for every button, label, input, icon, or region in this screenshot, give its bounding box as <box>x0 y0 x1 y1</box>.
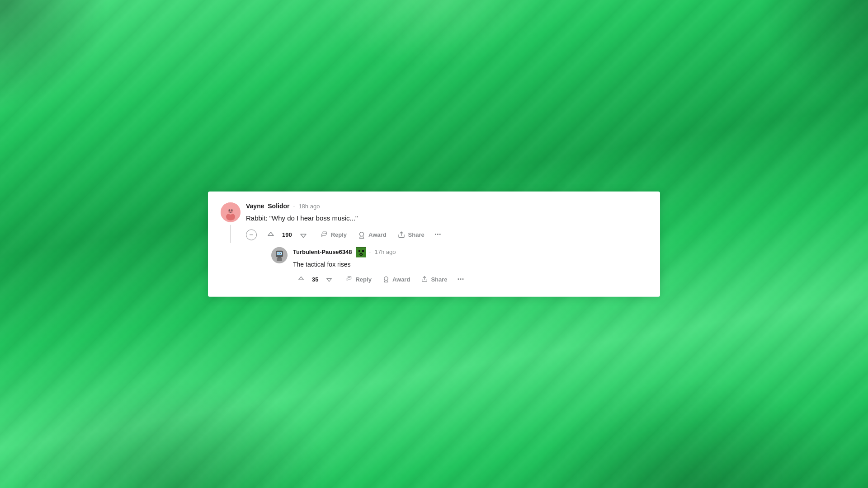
main-share-button[interactable]: Share <box>393 228 429 241</box>
reply-upvote-icon <box>297 276 305 283</box>
comment-card: Vayne_Solidor · 18h ago Rabbit: "Why do … <box>208 192 660 297</box>
reply-downvote-button[interactable] <box>321 273 337 286</box>
reply-upvote-button[interactable] <box>293 273 309 286</box>
svg-point-12 <box>278 253 278 253</box>
svg-rect-22 <box>360 254 362 255</box>
reply-action-bar: 35 Repl <box>293 272 647 286</box>
reply-award-label: Award <box>392 276 410 282</box>
reply-avatar-image <box>271 247 288 263</box>
svg-point-13 <box>280 253 281 253</box>
reply-comment: Turbulent-Pause6348 <box>271 247 647 286</box>
svg-rect-15 <box>278 257 281 258</box>
svg-rect-16 <box>356 247 366 257</box>
svg-point-23 <box>384 277 388 280</box>
upvote-icon <box>267 230 275 239</box>
reply-separator-dot: · <box>369 248 371 255</box>
svg-point-5 <box>231 209 233 211</box>
minecraft-badge <box>356 247 366 257</box>
main-comment-header: Vayne_Solidor · 18h ago <box>246 202 647 210</box>
svg-rect-18 <box>362 250 364 252</box>
reply-username[interactable]: Turbulent-Pause6348 <box>293 249 352 255</box>
reply-comment-body: Turbulent-Pause6348 <box>293 247 647 286</box>
main-comment: Vayne_Solidor · 18h ago Rabbit: "Why do … <box>221 202 647 286</box>
reply-reply-button[interactable]: Reply <box>341 273 376 286</box>
reply-reply-icon <box>345 276 353 283</box>
minecraft-creeper-icon <box>356 247 366 257</box>
main-avatar <box>221 202 241 222</box>
main-username[interactable]: Vayne_Solidor <box>246 202 289 210</box>
main-reply-label: Reply <box>331 231 347 238</box>
main-avatar-col <box>221 202 241 243</box>
share-icon <box>397 230 406 239</box>
thread-line <box>230 225 231 243</box>
reply-award-button[interactable]: Award <box>378 273 415 286</box>
main-vote-count: 190 <box>282 231 292 238</box>
svg-rect-21 <box>362 253 363 254</box>
svg-point-4 <box>229 209 230 211</box>
main-upvote-button[interactable] <box>262 228 279 241</box>
main-downvote-button[interactable] <box>295 228 312 241</box>
avatar-image <box>221 202 241 222</box>
main-action-bar: − 190 <box>246 228 647 241</box>
reply-vote-section: 35 <box>293 273 337 286</box>
svg-rect-19 <box>360 253 362 253</box>
reply-avatar-col <box>271 247 288 286</box>
svg-rect-20 <box>359 253 360 254</box>
reply-comment-text: The tactical fox rises <box>293 259 647 269</box>
main-award-button[interactable]: Award <box>353 228 391 241</box>
main-share-label: Share <box>408 231 425 238</box>
main-vote-section: 190 <box>262 228 312 241</box>
reply-award-icon <box>382 276 390 283</box>
reply-reply-label: Reply <box>355 276 371 282</box>
separator-dot: · <box>293 202 295 210</box>
reply-header: Turbulent-Pause6348 <box>293 247 647 257</box>
reply-timestamp: 17h ago <box>374 249 396 255</box>
main-more-button[interactable]: ··· <box>431 228 445 241</box>
main-timestamp: 18h ago <box>298 202 320 209</box>
main-award-label: Award <box>368 231 387 238</box>
reply-avatar <box>271 247 288 263</box>
award-icon <box>358 230 366 239</box>
reply-icon <box>320 230 328 239</box>
main-comment-text: Rabbit: "Why do I hear boss music..." <box>246 213 647 224</box>
svg-point-6 <box>360 232 364 236</box>
reply-share-button[interactable]: Share <box>416 273 452 286</box>
reply-share-icon <box>421 276 428 283</box>
svg-rect-17 <box>359 250 360 252</box>
downvote-icon <box>299 230 307 239</box>
reply-vote-count: 35 <box>312 276 318 282</box>
reply-share-label: Share <box>431 276 447 282</box>
reply-downvote-icon <box>326 276 333 283</box>
main-reply-button[interactable]: Reply <box>316 228 351 241</box>
collapse-button[interactable]: − <box>246 229 257 240</box>
card-container: Vayne_Solidor · 18h ago Rabbit: "Why do … <box>208 192 660 297</box>
main-comment-body: Vayne_Solidor · 18h ago Rabbit: "Why do … <box>246 202 647 286</box>
reply-more-button[interactable]: ··· <box>454 272 468 286</box>
